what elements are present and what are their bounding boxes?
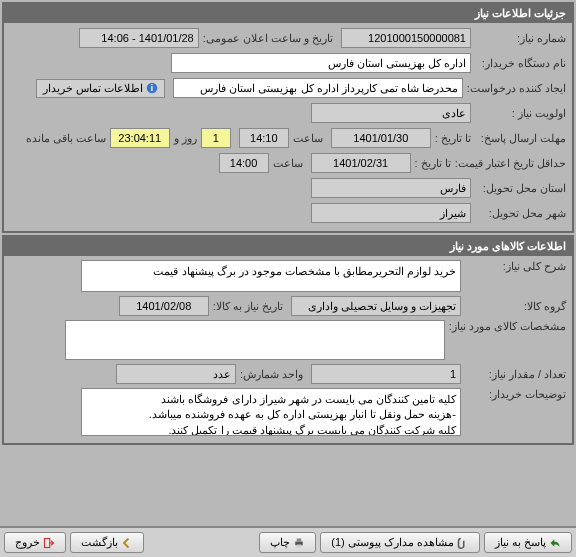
until-label-1: تا تاریخ : — [431, 132, 471, 145]
svg-rect-5 — [45, 538, 50, 547]
province-label: استان محل تحویل: — [471, 182, 566, 195]
validity-date-field — [311, 153, 411, 173]
announce-field — [79, 28, 199, 48]
attach-button[interactable]: مشاهده مدارک پیوستی (1) — [320, 532, 480, 553]
deadline-time-field — [239, 128, 289, 148]
buyer-notes-label: توضیحات خریدار: — [461, 388, 566, 401]
buyer-field — [171, 53, 471, 73]
deadline-reply-label: مهلت ارسال پاسخ: — [471, 132, 566, 145]
spec-field — [65, 320, 445, 360]
reply-button-label: پاسخ به نیاز — [495, 536, 546, 549]
svg-text:i: i — [151, 84, 153, 93]
price-validity-label: حداقل تاریخ اعتبار قیمت: — [451, 157, 566, 170]
need-info-body: شماره نیاز: تاریخ و ساعت اعلان عمومی: نا… — [4, 23, 572, 231]
footer-left-group: بازگشت خروج — [4, 532, 144, 553]
need-date-label: تاریخ نیاز به کالا: — [209, 300, 283, 313]
remain-label: ساعت باقی مانده — [22, 132, 110, 145]
need-no-field — [341, 28, 471, 48]
creator-field — [173, 78, 463, 98]
footer-right-group: پاسخ به نیاز مشاهده مدارک پیوستی (1) چاپ — [259, 532, 572, 553]
validity-time-field — [219, 153, 269, 173]
need-info-header: جزئیات اطلاعات نیاز — [4, 4, 572, 23]
group-label: گروه کالا: — [461, 300, 566, 313]
need-no-label: شماره نیاز: — [471, 32, 566, 45]
time-label-1: ساعت — [289, 132, 323, 145]
until-label-2: تا تاریخ : — [411, 157, 451, 170]
back-button[interactable]: بازگشت — [70, 532, 144, 553]
print-icon — [293, 537, 305, 549]
days-and-label: روز و — [170, 132, 201, 145]
city-field — [311, 203, 471, 223]
svg-rect-4 — [297, 544, 302, 547]
reply-button[interactable]: پاسخ به نیاز — [484, 532, 572, 553]
contact-buyer-button[interactable]: i اطلاعات تماس خریدار — [36, 79, 165, 98]
attach-button-label: مشاهده مدارک پیوستی (1) — [331, 536, 454, 549]
desc-field — [81, 260, 461, 292]
creator-label: ایجاد کننده درخواست: — [463, 82, 566, 95]
time-label-2: ساعت — [269, 157, 303, 170]
deadline-date-field — [331, 128, 431, 148]
qty-field — [311, 364, 461, 384]
buyer-notes-field — [81, 388, 461, 436]
priority-label: اولویت نیاز : — [471, 107, 566, 120]
goods-info-panel: اطلاعات کالاهای مورد نیاز شرح کلی نیاز: … — [2, 235, 574, 445]
print-button-label: چاپ — [270, 536, 290, 549]
info-icon: i — [146, 82, 158, 94]
exit-button[interactable]: خروج — [4, 532, 66, 553]
exit-icon — [43, 537, 55, 549]
province-field — [311, 178, 471, 198]
attachment-icon — [457, 537, 469, 549]
exit-button-label: خروج — [15, 536, 40, 549]
city-label: شهر محل تحویل: — [471, 207, 566, 220]
unit-label: واحد شمارش: — [236, 368, 303, 381]
remain-days-field — [201, 128, 231, 148]
print-button[interactable]: چاپ — [259, 532, 316, 553]
goods-info-header: اطلاعات کالاهای مورد نیاز — [4, 237, 572, 256]
unit-field — [116, 364, 236, 384]
priority-field — [311, 103, 471, 123]
spec-label: مشخصات کالای مورد نیاز: — [445, 320, 566, 333]
qty-label: تعداد / مقدار نیاز: — [461, 368, 566, 381]
reply-icon — [549, 537, 561, 549]
announce-label: تاریخ و ساعت اعلان عمومی: — [199, 32, 333, 45]
contact-buyer-label: اطلاعات تماس خریدار — [43, 82, 143, 95]
svg-rect-3 — [297, 538, 302, 541]
back-icon — [121, 537, 133, 549]
desc-label: شرح کلی نیاز: — [461, 260, 566, 273]
footer-toolbar: پاسخ به نیاز مشاهده مدارک پیوستی (1) چاپ… — [0, 526, 576, 557]
need-date-field — [119, 296, 209, 316]
buyer-label: نام دستگاه خریدار: — [471, 57, 566, 70]
back-button-label: بازگشت — [81, 536, 118, 549]
need-info-panel: جزئیات اطلاعات نیاز شماره نیاز: تاریخ و … — [2, 2, 574, 233]
group-field — [291, 296, 461, 316]
remain-time-field — [110, 128, 170, 148]
goods-info-body: شرح کلی نیاز: گروه کالا: تاریخ نیاز به ک… — [4, 256, 572, 443]
